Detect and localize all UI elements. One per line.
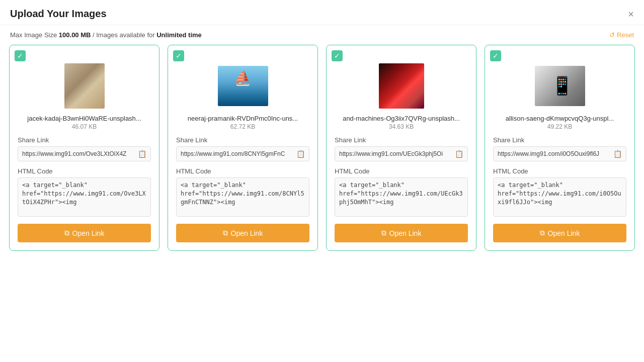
share-link-row: 📋 (493, 146, 626, 161)
html-code-textarea[interactable] (176, 177, 309, 217)
html-code-label: HTML Code (176, 167, 211, 175)
share-link-input[interactable] (335, 147, 451, 160)
share-link-row: 📋 (18, 146, 151, 161)
card-image-wrapper (371, 63, 432, 109)
reset-label: Reset (617, 31, 634, 39)
open-link-icon: ⧉ (64, 229, 69, 237)
card-filename: neeraj-pramanik-RVDnPmc0Inc-uns... (188, 115, 298, 122)
copy-link-button[interactable]: 📋 (451, 147, 467, 161)
card-filename: and-machines-Og3iix7QVRg-unsplash... (343, 115, 460, 122)
open-link-button[interactable]: ⧉ Open Link (18, 224, 151, 242)
open-link-icon: ⧉ (540, 229, 545, 237)
card-check-icon: ✓ (332, 50, 343, 61)
close-button[interactable]: × (628, 9, 634, 19)
share-link-input[interactable] (494, 147, 609, 160)
cards-container: ✓jacek-kadaj-B3wnHi0WaRE-unsplash...46.0… (0, 45, 644, 256)
card-check-icon: ✓ (15, 50, 26, 61)
share-link-label: Share Link (176, 136, 207, 144)
reset-icon: ↺ (609, 31, 615, 39)
card-3: ✓and-machines-Og3iix7QVRg-unsplash...34.… (326, 45, 476, 251)
card-filesize: 46.07 KB (72, 123, 97, 130)
card-image-wrapper (213, 63, 273, 109)
card-check-icon: ✓ (173, 50, 184, 61)
open-link-icon: ⧉ (381, 229, 386, 237)
card-image (218, 66, 268, 106)
reset-button[interactable]: ↺ Reset (609, 31, 634, 39)
open-link-icon: ⧉ (223, 229, 228, 237)
html-code-textarea[interactable] (493, 177, 626, 217)
html-code-label: HTML Code (335, 167, 370, 175)
open-link-button[interactable]: ⧉ Open Link (493, 224, 626, 242)
share-link-row: 📋 (176, 146, 309, 161)
html-code-label: HTML Code (493, 167, 528, 175)
card-1: ✓jacek-kadaj-B3wnHi0WaRE-unsplash...46.0… (9, 45, 159, 251)
html-code-textarea[interactable] (18, 177, 151, 217)
card-filename: jacek-kadaj-B3wnHi0WaRE-unsplash... (27, 115, 141, 122)
card-image-wrapper (530, 63, 590, 109)
max-size-value: 100.00 MB (59, 31, 91, 39)
share-link-input[interactable] (177, 147, 292, 160)
copy-link-button[interactable]: 📋 (134, 147, 150, 161)
card-filesize: 49.22 KB (547, 123, 572, 130)
card-check-icon: ✓ (490, 50, 501, 61)
card-4: ✓allison-saeng-dKmwpcvqQ3g-unspl...49.22… (485, 45, 635, 251)
max-size-prefix: Max Image Size (10, 31, 59, 39)
copy-link-button[interactable]: 📋 (609, 147, 626, 161)
subheader-bar: Max Image Size 100.00 MB / Images availa… (0, 25, 644, 45)
share-link-label: Share Link (493, 136, 524, 144)
share-link-input[interactable] (18, 147, 134, 160)
availability-value: Unlimited time (156, 31, 202, 39)
card-2: ✓neeraj-pramanik-RVDnPmc0Inc-uns...62.72… (168, 45, 318, 251)
card-image (535, 66, 585, 106)
html-code-textarea[interactable] (335, 177, 468, 217)
card-image (379, 63, 424, 109)
copy-link-button[interactable]: 📋 (292, 147, 309, 161)
html-code-label: HTML Code (18, 167, 53, 175)
card-filesize: 62.72 KB (230, 123, 255, 130)
share-link-label: Share Link (335, 136, 366, 144)
dialog-title: Upload Your Images (10, 8, 107, 20)
open-link-button[interactable]: ⧉ Open Link (176, 224, 309, 242)
open-link-button[interactable]: ⧉ Open Link (335, 224, 468, 242)
card-image-wrapper (54, 63, 115, 109)
availability-separator: / Images available for (91, 31, 156, 39)
share-link-row: 📋 (335, 146, 468, 161)
card-filename: allison-saeng-dKmwpcvqQ3g-unspl... (506, 115, 614, 122)
card-filesize: 34.63 KB (389, 123, 414, 130)
dialog-header: Upload Your Images × (0, 0, 644, 25)
subheader-info: Max Image Size 100.00 MB / Images availa… (10, 31, 202, 39)
share-link-label: Share Link (18, 136, 49, 144)
card-image (64, 63, 105, 109)
